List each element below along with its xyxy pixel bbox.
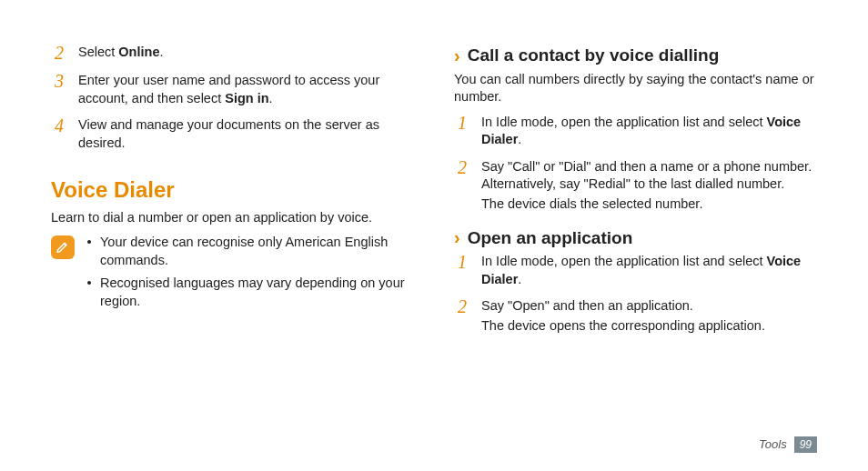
step-subtext: The device dials the selected number. [481,195,817,214]
step-text: View and manage your documents on the se… [78,116,414,152]
step-number: 1 [458,114,472,149]
chevron-right-icon: › [454,46,460,65]
section-title-voice-dialer: Voice Dialer [51,175,414,205]
subheading-call-contact: › Call a contact by voice dialling [454,44,817,67]
page-columns: 2 Select Online. 3 Enter your user name … [51,44,817,344]
note-bullets: • Your device can recognise only America… [86,234,414,316]
step-text: Say "Open" and then an application. The … [481,297,817,335]
step-number: 4 [55,116,69,152]
section-intro: You can call numbers directly by saying … [454,71,817,106]
step-text: In Idle mode, open the application list … [481,114,817,149]
step-text: Select Online. [78,44,414,63]
bullet-dot: • [86,275,93,310]
left-column: 2 Select Online. 3 Enter your user name … [51,44,414,344]
step-3: 3 Enter your user name and password to a… [51,72,414,107]
subheading-open-app: › Open an application [454,226,817,250]
sec2-step-2: 2 Say "Open" and then an application. Th… [454,297,817,335]
note-text: Your device can recognise only American … [100,234,414,269]
note-box: • Your device can recognise only America… [51,234,414,316]
page-number-badge: 99 [794,436,817,453]
note-bullet: • Your device can recognise only America… [86,234,414,269]
step-text: Enter your user name and password to acc… [78,72,414,107]
sec2-step-1: 1 In Idle mode, open the application lis… [454,253,817,288]
note-icon [51,236,75,259]
bullet-dot: • [86,234,93,269]
step-number: 2 [458,158,472,214]
step-text: In Idle mode, open the application list … [481,253,817,288]
sec1-step-2: 2 Say "Call" or "Dial" and then a name o… [454,158,817,214]
footer-section: Tools [759,436,787,453]
sec1-step-1: 1 In Idle mode, open the application lis… [454,114,817,149]
step-text: Say "Call" or "Dial" and then a name or … [481,158,817,214]
step-subtext: The device opens the corresponding appli… [481,317,817,336]
chevron-right-icon: › [454,228,460,246]
note-bullet: • Recognised languages may vary dependin… [86,275,414,310]
right-column: › Call a contact by voice dialling You c… [454,44,817,344]
step-number: 3 [55,72,69,107]
step-number: 2 [55,44,69,63]
step-4: 4 View and manage your documents on the … [51,116,414,152]
note-text: Recognised languages may vary depending … [100,275,414,310]
step-2: 2 Select Online. [51,44,414,63]
step-number: 1 [458,253,472,288]
section-lead: Learn to dial a number or open an applic… [51,209,414,227]
step-number: 2 [458,297,472,335]
page-footer: Tools 99 [759,436,817,453]
